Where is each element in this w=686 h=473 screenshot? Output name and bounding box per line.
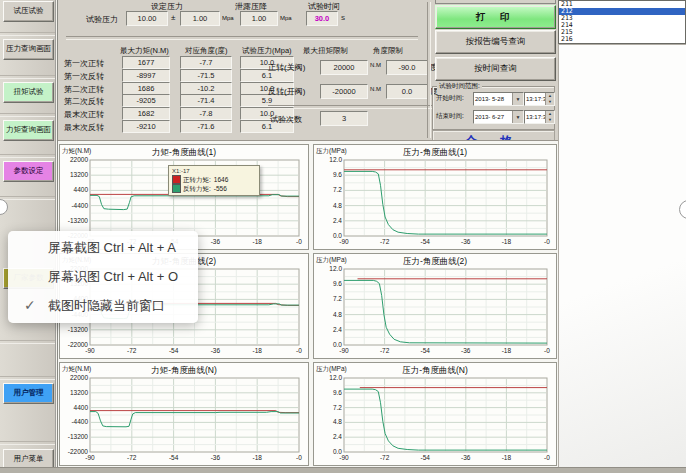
torque-value-2: -8997 <box>122 69 170 82</box>
svg-text:0.0: 0.0 <box>333 448 342 455</box>
sidebar-item-1[interactable]: 试压试验 <box>3 1 54 22</box>
chart-panel-2[interactable]: 压力(MPa)压力-角度曲线(1)-90-72-54-36-18-012.09.… <box>313 144 557 250</box>
chart-panel-4[interactable]: 压力(MPa)压力-角度曲线(2)-90-72-54-36-18-012.09.… <box>313 253 557 359</box>
end-date-combo[interactable]: 2013- 6-27▼ <box>473 110 524 124</box>
svg-text:-18: -18 <box>502 238 512 245</box>
chart-plot[interactable]: -90-72-54-36-18-022000132004400-4400-132… <box>60 375 306 463</box>
context-menu-item-3[interactable]: ✓截图时隐藏当前窗口 <box>8 291 198 320</box>
svg-text:-18: -18 <box>252 454 262 461</box>
svg-text:7.2: 7.2 <box>333 295 342 302</box>
row-label-6: 最末次反转 <box>64 122 120 133</box>
sidebar-separator <box>0 340 55 344</box>
chart-panel-5[interactable]: 力矩(N.M)力矩-角度曲线(N)-90-72-54-36-18-0220001… <box>59 362 309 466</box>
reverse-torque-label: 反转力矩: <box>183 184 211 193</box>
tooltip-row-reverse: 反转力矩:-556 <box>172 184 256 193</box>
limit-torque-field-2[interactable]: -20000 <box>320 84 368 99</box>
svg-text:-36: -36 <box>461 454 471 461</box>
end-date-dropdown-icon[interactable]: ▼ <box>512 111 523 123</box>
start-time-spinner[interactable]: 13:17:35▲▼ <box>524 92 555 106</box>
svg-text:-0: -0 <box>544 347 550 354</box>
test-pressure-label: 试验压力 <box>86 14 118 25</box>
chart-plot[interactable]: -90-72-54-36-18-012.09.67.24.82.40.0 <box>314 375 554 463</box>
sidebar-item-7[interactable]: 用户管理 <box>3 383 54 404</box>
svg-text:-18: -18 <box>502 454 512 461</box>
end-time-spinner[interactable]: 13:17:35▲▼ <box>524 110 555 124</box>
report-number-list[interactable]: 211212213214215216 <box>558 0 686 44</box>
svg-text:-90: -90 <box>85 347 95 354</box>
limit-row-label-1: 正转(关阀) <box>268 62 305 73</box>
start-date-dropdown-icon[interactable]: ▼ <box>512 93 523 105</box>
context-menu-item-2[interactable]: 屏幕识图 Ctrl + Alt + O <box>8 262 198 291</box>
leak-drop-unit: Mpa <box>280 15 292 21</box>
chart-title: 压力-角度曲线(2) <box>314 254 556 268</box>
test-time-field[interactable]: 30.0 <box>306 11 338 26</box>
test-pressure-tolerance-field[interactable]: 1.00 <box>180 11 220 26</box>
settings-separator <box>66 36 418 40</box>
svg-text:-13200: -13200 <box>68 433 89 440</box>
start-date-combo[interactable]: 2013- 5-28▼ <box>473 92 524 106</box>
svg-text:4.8: 4.8 <box>333 311 342 318</box>
svg-text:-22000: -22000 <box>68 341 89 348</box>
context-menu-item-1[interactable]: 屏幕截图 Ctrl + Alt + A <box>8 233 198 262</box>
end-time-spin-icons[interactable]: ▲▼ <box>545 111 554 123</box>
limit-torque-field-1[interactable]: 20000 <box>320 60 368 75</box>
report-list-item-215[interactable]: 215 <box>559 29 685 36</box>
svg-text:-90: -90 <box>339 238 349 245</box>
chart-plot[interactable]: -90-72-54-36-18-012.09.67.24.82.40.0 <box>314 266 554 356</box>
query-by-report-button[interactable]: 按报告编号查询 <box>435 30 556 54</box>
angle-value-4: -71.4 <box>180 94 232 107</box>
angle-limit-header: 角度限制 <box>373 46 403 56</box>
report-list-item-214[interactable]: 214 <box>559 22 685 29</box>
report-list-item-213[interactable]: 213 <box>559 15 685 22</box>
test-pressure-field[interactable]: 10.00 <box>126 11 168 26</box>
print-button[interactable]: 打 印 <box>435 5 556 29</box>
svg-text:-54: -54 <box>169 454 179 461</box>
svg-text:-54: -54 <box>420 454 430 461</box>
end-date-value: 2013- 6-27 <box>475 114 504 120</box>
bottom-strip <box>0 467 686 473</box>
tooltip-row-forward: 正转力矩:1646 <box>172 175 256 184</box>
sidebar-separator <box>0 75 55 79</box>
row-label-4: 第二次反转 <box>64 96 120 107</box>
leak-drop-field[interactable]: 1.00 <box>240 11 278 26</box>
svg-text:-36: -36 <box>461 347 471 354</box>
torque-limit-header: 最大扭矩限制 <box>303 46 348 56</box>
test-count-field[interactable]: 3 <box>320 111 368 126</box>
report-list-item-211[interactable]: 211 <box>559 1 685 8</box>
svg-text:-18: -18 <box>252 347 262 354</box>
start-date-value: 2013- 5-28 <box>475 96 504 102</box>
svg-text:-0: -0 <box>296 454 302 461</box>
svg-text:-13200: -13200 <box>68 326 89 333</box>
tooltip-header: X1:-17 <box>172 168 256 174</box>
context-menu-item-label: 屏幕识图 Ctrl + Alt + O <box>48 269 178 284</box>
query-by-time-button[interactable]: 按时间查询 <box>435 57 556 81</box>
sidebar-item-3[interactable]: 扭矩试验 <box>3 82 54 103</box>
svg-text:7.2: 7.2 <box>333 186 342 193</box>
report-list-item-212[interactable]: 212 <box>559 8 685 15</box>
row-label-1: 第一次正转 <box>64 58 120 69</box>
sidebar-item-5[interactable]: 参数设定 <box>3 161 54 182</box>
report-list-item-216[interactable]: 216 <box>559 36 685 43</box>
chart-panel-6[interactable]: 压力(MPa)压力-角度曲线(N)-90-72-54-36-18-012.09.… <box>313 362 557 466</box>
svg-text:-72: -72 <box>380 454 390 461</box>
sidebar-item-2[interactable]: 压力查询画面 <box>3 39 54 60</box>
svg-text:4400: 4400 <box>74 404 89 411</box>
chart-axis-unit-label: 力矩(N.M) <box>62 147 91 156</box>
start-time-spin-icons[interactable]: ▲▼ <box>545 93 554 105</box>
chart-plot[interactable]: -90-72-54-36-18-012.09.67.24.82.40.0 <box>314 157 554 247</box>
limit-angle-field-2[interactable]: 0.0 <box>386 84 428 99</box>
end-time-label: 结束时间: <box>436 112 464 121</box>
sidebar-item-4[interactable]: 力矩查询画面 <box>3 120 54 141</box>
svg-text:7.2: 7.2 <box>333 404 342 411</box>
sidebar-separator <box>0 113 55 117</box>
torque-value-1: 1677 <box>122 56 170 69</box>
chart-tooltip: X1:-17 正转力矩:1646 反转力矩:-556 <box>168 165 260 196</box>
row-label-3: 第二次正转 <box>64 84 120 95</box>
svg-text:-22000: -22000 <box>68 448 89 455</box>
svg-text:-36: -36 <box>211 347 221 354</box>
limit-angle-field-1[interactable]: -90.0 <box>386 60 428 75</box>
svg-text:-36: -36 <box>211 238 221 245</box>
test-count-label: 试验次数 <box>270 114 302 125</box>
angle-value-6: -71.6 <box>180 120 232 133</box>
check-icon: ✓ <box>24 291 36 320</box>
